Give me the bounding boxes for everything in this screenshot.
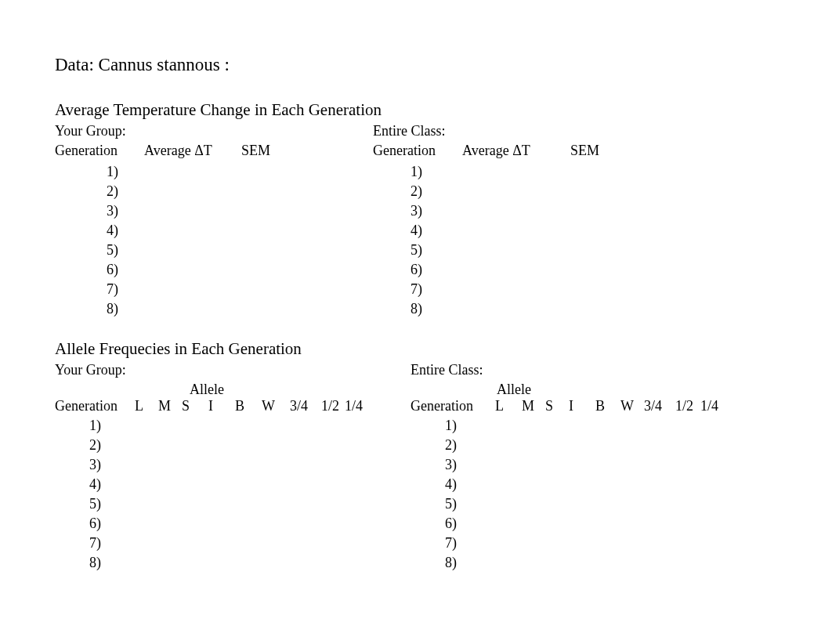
col-generation: Generation [373,143,462,159]
col-generation: Generation [55,143,144,159]
gen-item: 2) [411,436,802,455]
your-group-label: Your Group: [55,123,373,139]
allele-label: Allele [411,382,802,398]
gen-item: 5) [55,494,411,514]
page-title: Data: Cannus stannous : [55,55,832,75]
col-m: M [522,398,545,414]
temp-header-row-right: Generation Average ΔT SEM [373,143,780,159]
gen-item: 1) [55,416,411,436]
col-avg-dt: Average ΔT [462,143,570,159]
gen-item: 5) [373,241,780,260]
col-generation: Generation [55,398,135,414]
gen-item: 7) [55,280,373,299]
gen-item: 8) [411,553,802,573]
temp-section-title: Average Temperature Change in Each Gener… [55,100,832,120]
col-generation: Generation [411,398,495,414]
gen-item: 4) [55,475,411,494]
allele-two-col: Your Group: Allele Generation L M S I B … [55,362,832,573]
col-sem: SEM [241,143,320,159]
allele-your-group: Your Group: Allele Generation L M S I B … [55,362,411,573]
allele-header-row-left: Generation L M S I B W 3/4 1/2 1/4 [55,398,411,414]
gen-item: 7) [373,280,780,299]
allele-header-row-right: Generation L M S I B W 3/4 1/2 1/4 [411,398,802,414]
allele-entire-class: Entire Class: Allele Generation L M S I … [411,362,802,573]
col-b: B [595,398,620,414]
gen-item: 7) [55,534,411,553]
temp-two-col: Your Group: Generation Average ΔT SEM 1)… [55,123,832,319]
col-b: B [235,398,262,414]
gen-item: 1) [55,162,373,182]
gen-item: 6) [411,514,802,534]
col-sem: SEM [570,143,649,159]
col-three-quarter: 3/4 [644,398,675,414]
gen-item: 5) [55,241,373,260]
col-m: M [158,398,182,414]
gen-item: 2) [55,436,411,455]
gen-item: 2) [55,182,373,201]
entire-class-label: Entire Class: [411,362,802,378]
col-half: 1/2 [675,398,700,414]
allele-gen-list-right: 1) 2) 3) 4) 5) 6) 7) 8) [411,416,802,573]
col-quarter: 1/4 [345,398,368,414]
col-avg-dt: Average ΔT [144,143,241,159]
gen-item: 4) [55,221,373,241]
col-half: 1/2 [321,398,345,414]
gen-item: 6) [373,260,780,280]
temp-gen-list-right: 1) 2) 3) 4) 5) 6) 7) 8) [373,162,780,319]
gen-item: 4) [373,221,780,241]
gen-item: 6) [55,514,411,534]
gen-item: 8) [55,553,411,573]
col-w: W [620,398,644,414]
gen-item: 3) [55,455,411,475]
temp-entire-class: Entire Class: Generation Average ΔT SEM … [373,123,780,319]
col-l: L [135,398,158,414]
col-w: W [262,398,290,414]
allele-label: Allele [55,382,411,398]
gen-item: 3) [373,201,780,221]
col-l: L [495,398,522,414]
allele-gen-list-left: 1) 2) 3) 4) 5) 6) 7) 8) [55,416,411,573]
gen-item: 4) [411,475,802,494]
temp-your-group: Your Group: Generation Average ΔT SEM 1)… [55,123,373,319]
gen-item: 2) [373,182,780,201]
gen-item: 7) [411,534,802,553]
gen-item: 1) [373,162,780,182]
gen-item: 5) [411,494,802,514]
temp-gen-list-left: 1) 2) 3) 4) 5) 6) 7) 8) [55,162,373,319]
your-group-label: Your Group: [55,362,411,378]
col-i: I [208,398,235,414]
gen-item: 6) [55,260,373,280]
gen-item: 3) [55,201,373,221]
col-s: S [182,398,208,414]
col-s: S [545,398,569,414]
gen-item: 8) [373,299,780,319]
gen-item: 3) [411,455,802,475]
entire-class-label: Entire Class: [373,123,780,139]
allele-section-title: Allele Frequecies in Each Generation [55,339,832,359]
col-three-quarter: 3/4 [290,398,321,414]
gen-item: 1) [411,416,802,436]
temp-header-row-left: Generation Average ΔT SEM [55,143,373,159]
col-quarter: 1/4 [700,398,724,414]
gen-item: 8) [55,299,373,319]
col-i: I [569,398,595,414]
